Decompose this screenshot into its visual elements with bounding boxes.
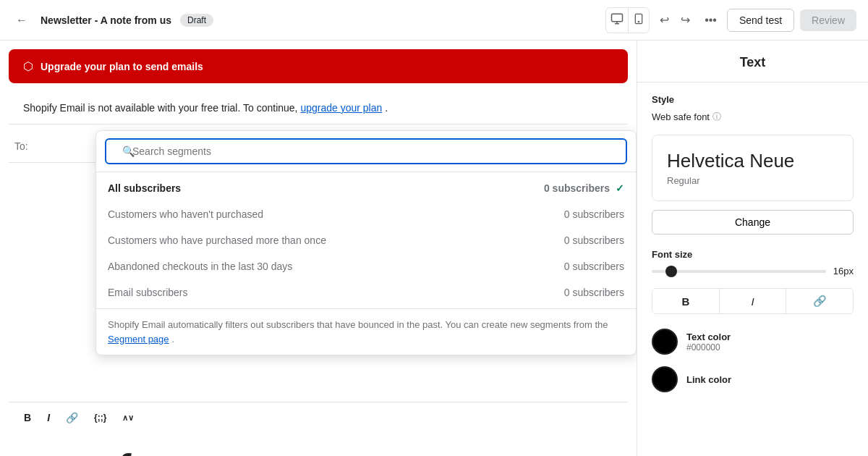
segment-footer: Shopify Email automatically filters out … (96, 308, 636, 355)
link-button[interactable]: 🔗 (59, 408, 85, 427)
segment-page-link[interactable]: Segment page (108, 334, 169, 345)
link-color-info: Link color (686, 374, 731, 385)
editor-area: B I 🔗 {;;} ∧∨ note from us (9, 402, 628, 456)
info-text: Shopify Email is not available with your… (9, 92, 628, 124)
desktop-view-button[interactable] (606, 8, 629, 33)
text-color-hex: #000000 (686, 342, 731, 352)
link-color-swatch[interactable] (652, 366, 678, 392)
segment-name: Abandoned checkouts in the last 30 days (108, 261, 292, 272)
info-icon[interactable]: ⓘ (712, 111, 721, 123)
to-label: To: (14, 140, 101, 152)
search-box: 🔍 (96, 131, 636, 172)
font-name-display: Helvetica Neue (667, 150, 838, 172)
right-panel-title: Text (637, 41, 868, 83)
segment-footer-text: Shopify Email automatically filters out … (108, 319, 608, 330)
text-color-swatch[interactable] (652, 329, 678, 355)
change-font-button[interactable]: Change (652, 210, 854, 235)
link-color-row: Link color (652, 366, 854, 392)
redo-button[interactable]: ↪ (676, 9, 694, 31)
to-row: To: All subscribers (0) ▼ 🔍 (9, 130, 628, 163)
upgrade-plan-link[interactable]: upgrade your plan (300, 102, 382, 114)
top-bar-right: ↩ ↪ ••• Send test Review (605, 7, 856, 33)
font-size-value: 16px (833, 266, 854, 276)
main-layout: ⬡ Upgrade your plan to send emails Shopi… (0, 41, 868, 456)
web-safe-font-label: Web safe font (652, 111, 710, 122)
undo-redo-group: ↩ ↪ (655, 9, 694, 31)
font-size-slider: 16px (652, 266, 854, 276)
warning-icon: ⬡ (23, 59, 33, 73)
more-options-button[interactable]: ••• (700, 9, 721, 31)
segment-name: Email subscribers (108, 287, 187, 298)
list-item[interactable]: Email subscribers 0 subscribers (96, 279, 636, 305)
back-button[interactable]: ← (12, 9, 32, 31)
right-panel: Text Style Web safe font ⓘ Helvetica Neu… (637, 41, 868, 456)
font-style-display: Regular (667, 175, 838, 186)
desktop-icon (610, 12, 624, 25)
left-panel: ⬡ Upgrade your plan to send emails Shopi… (0, 41, 637, 456)
list-item[interactable]: Customers who have purchased more than o… (96, 227, 636, 253)
list-item[interactable]: All subscribers 0 subscribers ✓ (96, 175, 636, 201)
svg-rect-0 (612, 14, 623, 22)
text-color-info: Text color #000000 (686, 332, 731, 352)
send-test-button[interactable]: Send test (727, 9, 794, 32)
segment-count: 0 subscribers (564, 208, 624, 220)
format-buttons-group: B I 🔗 (652, 288, 854, 314)
text-color-row: Text color #000000 (652, 329, 854, 355)
more-format-button[interactable]: ∧∨ (116, 410, 140, 426)
segment-count: 0 subscribers (564, 287, 624, 298)
editor-content[interactable]: note from us (9, 433, 628, 456)
segment-count: 0 subscribers ✓ (544, 182, 624, 194)
text-link-button[interactable]: 🔗 (786, 289, 853, 313)
page-title: Newsletter - A note from us (41, 14, 171, 26)
top-bar-left: ← Newsletter - A note from us Draft (12, 9, 213, 31)
link-color-label: Link color (686, 374, 731, 385)
italic-button[interactable]: I (41, 408, 56, 427)
draft-badge: Draft (180, 14, 213, 27)
segment-name: Customers who haven't purchased (108, 208, 263, 220)
upgrade-warning-banner: ⬡ Upgrade your plan to send emails (9, 49, 628, 83)
style-section-label: Style (652, 94, 854, 105)
device-toggle (605, 7, 650, 33)
slider-track[interactable] (652, 270, 826, 273)
segment-name: Customers who have purchased more than o… (108, 235, 326, 246)
segment-name: All subscribers (108, 182, 181, 194)
text-bold-button[interactable]: B (652, 289, 720, 313)
font-size-label: Font size (652, 249, 854, 260)
editor-toolbar: B I 🔗 {;;} ∧∨ (9, 402, 628, 433)
svg-point-2 (638, 21, 639, 22)
segment-dropdown: 🔍 All subscribers 0 subscribers ✓ (95, 130, 637, 355)
text-color-label: Text color (686, 332, 731, 342)
list-item[interactable]: Customers who haven't purchased 0 subscr… (96, 201, 636, 227)
review-button[interactable]: Review (800, 9, 856, 31)
right-panel-body: Style Web safe font ⓘ Helvetica Neue Reg… (637, 83, 868, 415)
text-italic-button[interactable]: I (720, 289, 787, 313)
bold-button[interactable]: B (17, 408, 38, 427)
undo-button[interactable]: ↩ (655, 9, 673, 31)
segment-search-input[interactable] (105, 138, 627, 164)
segment-list: All subscribers 0 subscribers ✓ Customer… (96, 172, 636, 308)
mobile-view-button[interactable] (629, 8, 649, 33)
check-icon: ✓ (616, 182, 624, 194)
top-bar: ← Newsletter - A note from us Draft ↩ ↪ … (0, 0, 868, 41)
segment-footer-end: . (171, 334, 174, 345)
font-display-box: Helvetica Neue Regular (652, 135, 854, 201)
list-item[interactable]: Abandoned checkouts in the last 30 days … (96, 253, 636, 279)
email-form: To: All subscribers (0) ▼ 🔍 (0, 130, 637, 456)
emoji-button[interactable]: {;;} (88, 409, 113, 426)
segment-count: 0 subscribers (564, 235, 624, 246)
warning-text: Upgrade your plan to send emails (41, 61, 203, 72)
slider-thumb[interactable] (665, 266, 677, 277)
mobile-icon (633, 12, 644, 25)
search-icon: 🔍 (122, 145, 135, 157)
segment-count: 0 subscribers (564, 261, 624, 272)
editor-text: note from us (26, 447, 254, 456)
info-message: Shopify Email is not available with your… (23, 102, 298, 114)
to-dropdown-container: All subscribers (0) ▼ 🔍 (101, 140, 622, 152)
search-wrapper: 🔍 (105, 138, 627, 164)
info-message-end: . (385, 102, 388, 114)
web-safe-font-row: Web safe font ⓘ (652, 111, 854, 123)
